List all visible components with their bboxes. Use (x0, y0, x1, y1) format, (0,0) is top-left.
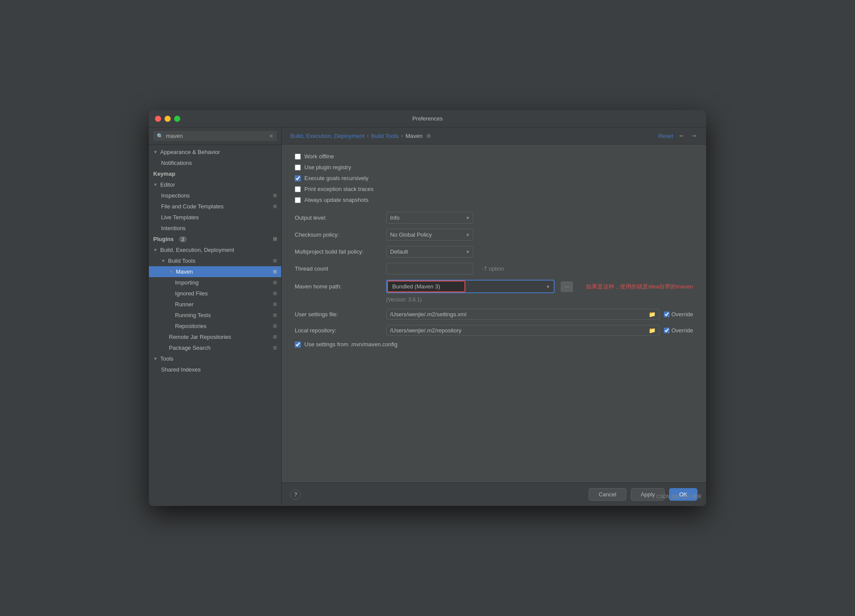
back-button[interactable]: ← (678, 132, 685, 140)
sidebar-item-keymap[interactable]: Keymap (149, 168, 281, 179)
search-input-wrap: 🔍 maven ✕ (153, 131, 277, 141)
checksum-policy-select[interactable]: No Global Policy Warn Fail (387, 229, 463, 240)
sidebar-item-appearance[interactable]: ▼ Appearance & Behavior (149, 147, 281, 157)
sidebar-item-runner[interactable]: Runner ⊞ (149, 299, 281, 310)
breadcrumb-build-tools[interactable]: Build Tools (371, 133, 399, 139)
main-content: 🔍 maven ✕ ▼ Appearance & Behavior Notifi… (149, 127, 706, 506)
settings-icon: ⊞ (273, 323, 277, 329)
maven-home-browse-button[interactable]: ··· (561, 281, 573, 292)
sidebar-item-live-templates[interactable]: Live Templates (149, 212, 281, 223)
sidebar-item-maven[interactable]: ▼ Maven ⊞ (149, 266, 281, 277)
print-exception-checkbox[interactable] (295, 186, 301, 192)
folder-icon[interactable]: 📁 (649, 311, 656, 318)
output-level-label: Output level: (295, 214, 382, 221)
sidebar-item-editor[interactable]: ▼ Editor (149, 179, 281, 190)
work-offline-row: Work offline (295, 153, 693, 160)
checksum-policy-row: Checksum policy: No Global Policy Warn F… (295, 229, 693, 241)
settings-icon: ⊞ (273, 236, 277, 242)
chevron-icon: ▼ (169, 269, 174, 274)
user-settings-override-label: Override (671, 311, 693, 318)
sidebar-item-running-tests[interactable]: Running Tests ⊞ (149, 310, 281, 321)
user-settings-path-wrap: 📁 (386, 309, 660, 320)
window-controls (155, 116, 180, 122)
output-level-select-wrap: Info Debug Error ▼ (386, 212, 473, 224)
local-repo-override: Override (664, 327, 693, 334)
output-level-row: Output level: Info Debug Error ▼ (295, 212, 693, 224)
maven-home-value: Bundled (Maven 3) (387, 281, 465, 292)
settings-icon: ⊞ (273, 312, 277, 318)
maximize-button[interactable] (174, 116, 180, 122)
sidebar-item-label: Shared Indexes (161, 366, 201, 373)
help-button[interactable]: ? (290, 489, 301, 500)
local-repo-input[interactable] (390, 327, 646, 334)
sidebar-item-file-code-templates[interactable]: File and Code Templates ⊞ (149, 201, 281, 212)
sidebar-item-label: Live Templates (161, 214, 199, 221)
sidebar-item-package-search[interactable]: Package Search ⊞ (149, 342, 281, 353)
execute-goals-label: Execute goals recursively (304, 175, 368, 181)
output-level-select[interactable]: Info Debug Error (387, 212, 463, 223)
sidebar-item-intentions[interactable]: Intentions (149, 223, 281, 234)
maven-home-label: Maven home path: (295, 283, 382, 290)
reset-button[interactable]: Reset (658, 133, 673, 139)
user-settings-input[interactable] (390, 311, 646, 318)
maven-version-label: (Version: 3.8.1) (386, 297, 693, 303)
sidebar-item-label: Build Tools (168, 258, 195, 264)
thread-count-label: Thread count (295, 265, 382, 272)
sidebar-item-repositories[interactable]: Repositories ⊞ (149, 321, 281, 331)
local-repo-override-label: Override (671, 327, 693, 334)
always-update-row: Always update snapshots (295, 197, 693, 203)
settings-icon: ⊞ (273, 204, 277, 209)
settings-icon: ⊞ (273, 269, 277, 275)
minimize-button[interactable] (165, 116, 171, 122)
user-settings-label: User settings file: (295, 311, 382, 318)
search-bar: 🔍 maven ✕ (149, 127, 281, 145)
main-panel: Build, Execution, Deployment › Build Too… (282, 127, 706, 506)
always-update-checkbox[interactable] (295, 197, 301, 203)
dialog-title: Preferences (412, 115, 443, 122)
execute-goals-checkbox[interactable] (295, 175, 301, 181)
sidebar-item-notifications[interactable]: Notifications (149, 157, 281, 168)
sidebar-item-label: Build, Execution, Deployment (160, 247, 234, 253)
sidebar-item-label: Runner (175, 301, 194, 308)
search-input[interactable]: maven (166, 133, 266, 139)
sidebar-item-build-exec-deploy[interactable]: ▼ Build, Execution, Deployment (149, 244, 281, 255)
header-actions: Reset ← → (658, 132, 697, 140)
dropdown-arrow-icon: ▼ (463, 232, 473, 238)
sidebar-item-label: Keymap (153, 171, 175, 177)
forward-button[interactable]: → (690, 132, 697, 140)
user-settings-override-checkbox[interactable] (664, 311, 670, 317)
multiproject-fail-select[interactable]: Default After Current Never (387, 246, 463, 257)
sidebar-item-label: Package Search (169, 345, 210, 351)
breadcrumb-build-exec[interactable]: Build, Execution, Deployment (290, 133, 364, 139)
sidebar-tree: ▼ Appearance & Behavior Notifications Ke… (149, 145, 281, 506)
close-button[interactable] (155, 116, 161, 122)
maven-home-dropdown-icon[interactable]: ▼ (542, 282, 554, 291)
settings-icon: ⊞ (273, 193, 277, 198)
cancel-button[interactable]: Cancel (589, 488, 626, 501)
sidebar-item-build-tools[interactable]: ▼ Build Tools ⊞ (149, 255, 281, 266)
sidebar-item-shared-indexes[interactable]: Shared Indexes (149, 364, 281, 375)
work-offline-checkbox[interactable] (295, 154, 301, 160)
sidebar-item-ignored-files[interactable]: Ignored Files ⊞ (149, 288, 281, 299)
settings-icon: ⊞ (273, 291, 277, 296)
local-repo-path-wrap: 📁 (386, 325, 660, 336)
use-plugin-registry-checkbox[interactable] (295, 164, 301, 171)
sidebar-item-plugins[interactable]: Plugins 2 ⊞ (149, 234, 281, 244)
breadcrumb-settings-icon: ⊞ (427, 133, 431, 139)
sidebar-item-tools[interactable]: ▼ Tools (149, 353, 281, 364)
watermark: CSDN @哇-是小莱呀 (656, 493, 702, 500)
search-clear-icon[interactable]: ✕ (269, 133, 273, 139)
local-repo-override-checkbox[interactable] (664, 328, 670, 333)
chevron-icon: ▼ (153, 150, 158, 154)
settings-icon: ⊞ (273, 301, 277, 307)
always-update-label: Always update snapshots (304, 197, 368, 203)
panel-body: Work offline Use plugin registry Execute… (282, 144, 706, 482)
sidebar-item-importing[interactable]: Importing ⊞ (149, 277, 281, 288)
folder-icon[interactable]: 📁 (649, 327, 656, 334)
use-settings-mvn-checkbox[interactable] (295, 341, 301, 348)
sidebar-item-inspections[interactable]: Inspections ⊞ (149, 190, 281, 201)
chevron-icon: ▼ (153, 182, 158, 187)
execute-goals-row: Execute goals recursively (295, 175, 693, 181)
thread-count-input[interactable] (386, 263, 473, 275)
sidebar-item-remote-jar-repos[interactable]: Remote Jar Repositories ⊞ (149, 331, 281, 342)
